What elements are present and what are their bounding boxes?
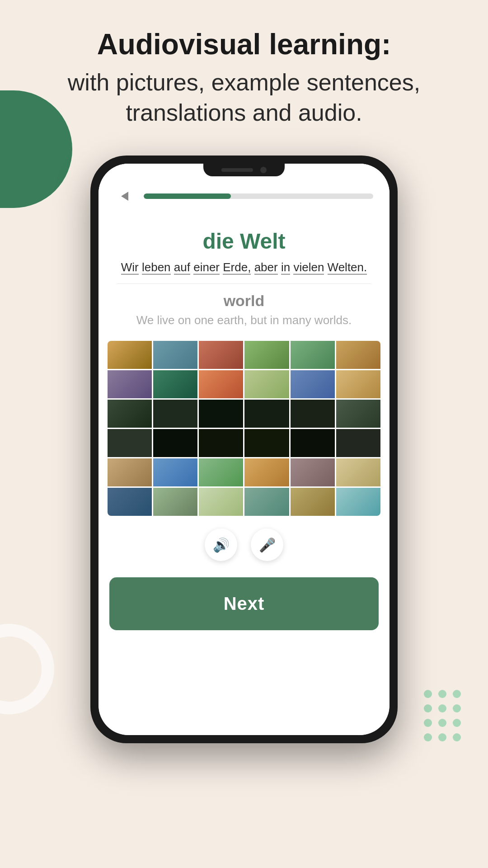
sentence-word: leben	[142, 260, 171, 274]
collage-cell-13	[108, 400, 152, 428]
sentence-word: einer	[193, 260, 220, 274]
collage-cell-15	[199, 400, 243, 428]
sentence-word: auf	[174, 260, 190, 274]
collage-cell-21	[199, 429, 243, 457]
collage-cell-6	[336, 341, 380, 369]
audio-controls: 🔊 🎤	[99, 520, 389, 570]
image-collage	[108, 341, 380, 516]
collage-cell-11	[291, 370, 335, 398]
sentence-word: Welten.	[328, 260, 367, 274]
collage-cell-3	[199, 341, 243, 369]
header-subtitle: with pictures, example sentences, transl…	[36, 67, 452, 128]
vocab-section: die Welt Wir leben auf einer Erde, aber …	[99, 215, 389, 336]
collage-cell-10	[244, 370, 289, 398]
collage-cell-12	[336, 370, 380, 398]
sentence-word: aber	[254, 260, 278, 274]
divider	[117, 283, 371, 284]
collage-cell-20	[153, 429, 197, 457]
collage-cell-33	[199, 488, 243, 516]
collage-cell-9	[199, 370, 243, 398]
phone-frame: die Welt Wir leben auf einer Erde, aber …	[90, 156, 398, 743]
collage-cell-2	[153, 341, 197, 369]
collage-cell-29	[291, 458, 335, 486]
collage-cell-32	[153, 488, 197, 516]
collage-cell-23	[291, 429, 335, 457]
phone-mockup: die Welt Wir leben auf einer Erde, aber …	[0, 156, 488, 743]
collage-cell-25	[108, 458, 152, 486]
notch-speaker	[221, 168, 253, 172]
collage-cell-30	[336, 458, 380, 486]
collage-cell-27	[199, 458, 243, 486]
sentence-word: Wir	[121, 260, 139, 274]
notch-camera	[260, 167, 267, 173]
collage-cell-5	[291, 341, 335, 369]
collage-cell-34	[244, 488, 289, 516]
back-chevron-icon	[121, 192, 128, 201]
collage-cell-8	[153, 370, 197, 398]
collage-cell-14	[153, 400, 197, 428]
sentence-word: in	[281, 260, 290, 274]
mic-icon: 🎤	[259, 537, 276, 553]
collage-cell-1	[108, 341, 152, 369]
next-button[interactable]: Next	[109, 577, 379, 630]
german-sentence: Wir leben auf einer Erde, aber in vielen…	[117, 259, 371, 275]
collage-cell-17	[291, 400, 335, 428]
english-word: world	[117, 292, 371, 310]
german-word: die Welt	[117, 229, 371, 254]
speaker-button[interactable]: 🔊	[205, 528, 237, 561]
english-sentence: We live on one earth, but in many worlds…	[117, 313, 371, 327]
collage-cell-31	[108, 488, 152, 516]
next-button-container: Next	[99, 570, 389, 648]
collage-cell-35	[291, 488, 335, 516]
collage-cell-28	[244, 458, 289, 486]
screen-content: die Welt Wir leben auf einer Erde, aber …	[99, 164, 389, 735]
sentence-word: Erde,	[223, 260, 251, 274]
back-button[interactable]	[115, 186, 135, 206]
speaker-icon: 🔊	[213, 537, 230, 553]
collage-cell-36	[336, 488, 380, 516]
collage-cell-19	[108, 429, 152, 457]
header-title: Audiovisual learning:	[36, 27, 452, 62]
collage-cell-7	[108, 370, 152, 398]
progress-bar-fill	[144, 193, 231, 199]
progress-bar-background	[144, 193, 373, 199]
collage-cell-26	[153, 458, 197, 486]
phone-notch	[203, 164, 285, 176]
collage-cell-18	[336, 400, 380, 428]
collage-cell-16	[244, 400, 289, 428]
mic-button[interactable]: 🎤	[251, 528, 283, 561]
sentence-word: vielen	[293, 260, 324, 274]
header-section: Audiovisual learning: with pictures, exa…	[0, 0, 488, 146]
collage-cell-24	[336, 429, 380, 457]
phone-screen: die Welt Wir leben auf einer Erde, aber …	[99, 164, 389, 735]
collage-cell-22	[244, 429, 289, 457]
collage-cell-4	[244, 341, 289, 369]
